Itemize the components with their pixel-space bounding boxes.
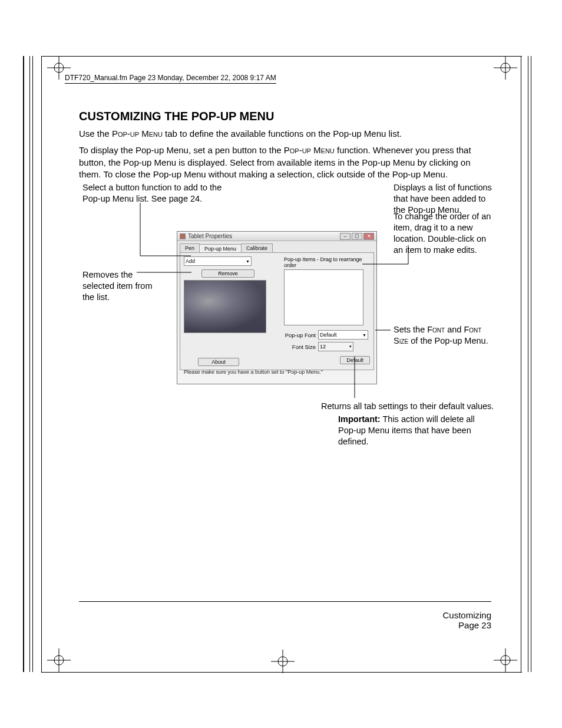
text: Important: bbox=[338, 414, 381, 424]
running-header: DTF720_Manual.fm Page 23 Monday, Decembe… bbox=[65, 74, 276, 84]
default-button[interactable]: Default bbox=[340, 356, 370, 364]
callout-font: Sets the Font and Font Size of the Pop-u… bbox=[394, 324, 494, 347]
chevron-down-icon: ▼ bbox=[362, 333, 366, 337]
chevron-down-icon: ▼ bbox=[246, 259, 250, 263]
text: Sets the bbox=[394, 325, 427, 334]
footer-page-number: Page 23 bbox=[442, 620, 491, 630]
text: and bbox=[445, 325, 464, 334]
text: To display the Pop-up Menu, set a pen bu… bbox=[79, 145, 284, 155]
chevron-down-icon: ▾ bbox=[349, 344, 352, 349]
registration-mark-icon bbox=[47, 648, 71, 672]
intro-paragraph-2: To display the Pop-up Menu, set a pen bu… bbox=[79, 144, 491, 180]
tablet-properties-window: Tablet Properties – ▢ ✕ Pen Pop-up Menu … bbox=[177, 231, 377, 384]
maximize-button[interactable]: ▢ bbox=[352, 233, 362, 240]
text: Add bbox=[186, 258, 195, 264]
callout-remove: Removes the selected item from the list. bbox=[82, 269, 153, 303]
tab-pen[interactable]: Pen bbox=[180, 243, 200, 252]
about-button[interactable]: About bbox=[198, 358, 239, 366]
crop-rail bbox=[29, 56, 33, 672]
registration-mark-icon bbox=[47, 56, 71, 80]
text: Use the bbox=[79, 129, 112, 139]
font-select[interactable]: Default ▼ bbox=[318, 330, 368, 340]
text: Pop-up Menu bbox=[284, 145, 335, 155]
text: of the Pop-up Menu. bbox=[408, 336, 488, 345]
popup-items-list[interactable] bbox=[284, 269, 363, 325]
registration-mark-icon bbox=[271, 650, 295, 673]
popup-items-label: Pop-up Items - Drag to rearrange order bbox=[284, 256, 370, 268]
page-footer: Customizing Page 23 bbox=[442, 610, 491, 630]
text: Font bbox=[427, 325, 445, 334]
popup-hint: Please make sure you have a button set t… bbox=[184, 369, 370, 375]
callout-reorder: To change the order of an item, drag it … bbox=[394, 211, 494, 255]
crop-rail bbox=[41, 56, 42, 672]
tab-popup-menu[interactable]: Pop-up Menu bbox=[199, 244, 242, 253]
callout-important: Important: This action will delete all P… bbox=[338, 414, 494, 447]
footer-section: Customizing bbox=[442, 610, 491, 620]
page-heading: CUSTOMIZING THE POP-UP MENU bbox=[79, 110, 491, 123]
crop-rail bbox=[528, 56, 531, 672]
preview-image bbox=[184, 280, 266, 333]
intro-paragraph-1: Use the Pop-up Menu tab to define the av… bbox=[79, 128, 491, 140]
registration-mark-icon bbox=[494, 648, 517, 672]
crop-rail bbox=[23, 56, 24, 672]
font-size-label: Font Size bbox=[284, 344, 318, 350]
font-label: Pop-up Font bbox=[284, 332, 318, 338]
minimize-button[interactable]: – bbox=[340, 233, 351, 240]
callout-default-returns: Returns all tab settings to their defaul… bbox=[321, 401, 498, 412]
text: Default bbox=[320, 332, 337, 338]
text: 12 bbox=[320, 344, 326, 350]
tabs: Pen Pop-up Menu Calibrate bbox=[177, 241, 376, 252]
footer-rule bbox=[79, 601, 491, 602]
text: tab to define the available functions on… bbox=[163, 129, 402, 139]
window-icon bbox=[180, 233, 186, 239]
window-titlebar[interactable]: Tablet Properties – ▢ ✕ bbox=[177, 232, 376, 241]
remove-button[interactable]: Remove bbox=[201, 269, 254, 278]
crop-rail bbox=[41, 56, 522, 57]
callout-add-function: Select a button function to add to the P… bbox=[82, 182, 236, 205]
text: Pop-up Menu bbox=[112, 129, 163, 139]
tab-calibrate[interactable]: Calibrate bbox=[241, 243, 273, 252]
add-function-select[interactable]: Add ▼ bbox=[184, 256, 252, 266]
crop-rail bbox=[41, 672, 522, 673]
close-button[interactable]: ✕ bbox=[363, 233, 374, 240]
registration-mark-icon bbox=[494, 56, 517, 80]
window-title: Tablet Properties bbox=[188, 233, 232, 239]
font-size-select[interactable]: 12 ▾ bbox=[318, 342, 353, 351]
crop-rail bbox=[521, 56, 521, 672]
tab-panel: Add ▼ Remove Pop-up Items - Drag to rear… bbox=[180, 252, 374, 370]
